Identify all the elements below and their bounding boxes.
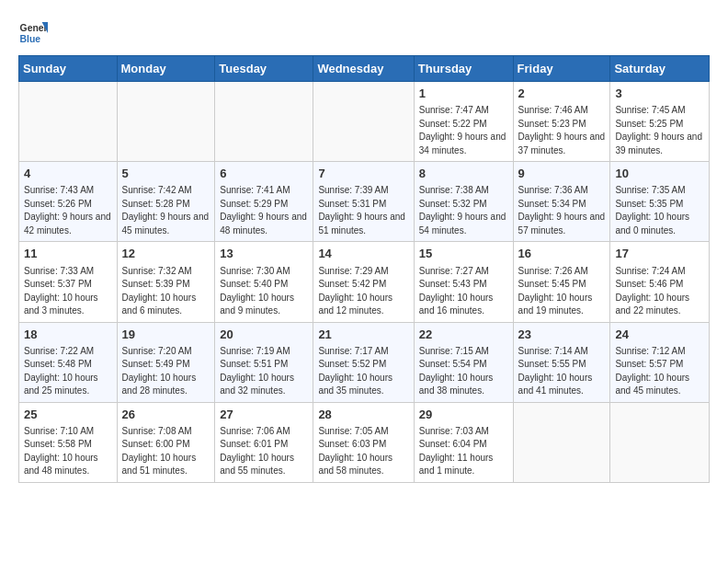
day-number: 11	[24, 246, 112, 262]
day-info: Sunrise: 7:08 AM Sunset: 6:00 PM Dayligh…	[122, 425, 210, 478]
day-info: Sunrise: 7:17 AM Sunset: 5:52 PM Dayligh…	[318, 345, 408, 398]
calendar-row: 4Sunrise: 7:43 AM Sunset: 5:26 PM Daylig…	[19, 162, 710, 242]
calendar-cell	[215, 82, 313, 162]
day-info: Sunrise: 7:29 AM Sunset: 5:42 PM Dayligh…	[318, 265, 408, 318]
day-number: 16	[518, 246, 606, 262]
calendar-cell	[117, 82, 215, 162]
calendar-row: 1Sunrise: 7:47 AM Sunset: 5:22 PM Daylig…	[19, 82, 710, 162]
calendar-cell	[513, 402, 610, 482]
calendar-row: 18Sunrise: 7:22 AM Sunset: 5:48 PM Dayli…	[19, 322, 710, 402]
day-number: 24	[615, 327, 704, 343]
calendar-cell: 17Sunrise: 7:24 AM Sunset: 5:46 PM Dayli…	[610, 242, 710, 322]
calendar-header-wednesday: Wednesday	[313, 56, 414, 82]
calendar-row: 11Sunrise: 7:33 AM Sunset: 5:37 PM Dayli…	[19, 242, 710, 322]
calendar-cell: 20Sunrise: 7:19 AM Sunset: 5:51 PM Dayli…	[215, 322, 313, 402]
calendar-cell: 13Sunrise: 7:30 AM Sunset: 5:40 PM Dayli…	[215, 242, 313, 322]
calendar-header-thursday: Thursday	[414, 56, 513, 82]
calendar-header-row: SundayMondayTuesdayWednesdayThursdayFrid…	[19, 56, 710, 82]
calendar-cell: 6Sunrise: 7:41 AM Sunset: 5:29 PM Daylig…	[215, 162, 313, 242]
day-number: 9	[518, 166, 606, 182]
day-number: 8	[419, 166, 508, 182]
day-number: 2	[518, 86, 606, 102]
calendar-cell: 16Sunrise: 7:26 AM Sunset: 5:45 PM Dayli…	[513, 242, 610, 322]
day-info: Sunrise: 7:33 AM Sunset: 5:37 PM Dayligh…	[24, 265, 112, 318]
calendar-cell: 27Sunrise: 7:06 AM Sunset: 6:01 PM Dayli…	[215, 402, 313, 482]
day-number: 15	[419, 246, 508, 262]
calendar-cell: 24Sunrise: 7:12 AM Sunset: 5:57 PM Dayli…	[610, 322, 710, 402]
calendar-cell: 2Sunrise: 7:46 AM Sunset: 5:23 PM Daylig…	[513, 82, 610, 162]
calendar-row: 25Sunrise: 7:10 AM Sunset: 5:58 PM Dayli…	[19, 402, 710, 482]
day-number: 18	[24, 327, 112, 343]
day-info: Sunrise: 7:12 AM Sunset: 5:57 PM Dayligh…	[615, 345, 704, 398]
calendar-header-sunday: Sunday	[19, 56, 118, 82]
calendar-header-monday: Monday	[117, 56, 215, 82]
day-number: 26	[122, 407, 210, 423]
day-info: Sunrise: 7:06 AM Sunset: 6:01 PM Dayligh…	[220, 425, 308, 478]
logo: General Blue	[18, 18, 48, 48]
calendar-cell: 29Sunrise: 7:03 AM Sunset: 6:04 PM Dayli…	[414, 402, 513, 482]
day-info: Sunrise: 7:36 AM Sunset: 5:34 PM Dayligh…	[518, 184, 606, 237]
calendar-cell: 14Sunrise: 7:29 AM Sunset: 5:42 PM Dayli…	[313, 242, 414, 322]
calendar-cell: 28Sunrise: 7:05 AM Sunset: 6:03 PM Dayli…	[313, 402, 414, 482]
calendar-cell: 10Sunrise: 7:35 AM Sunset: 5:35 PM Dayli…	[610, 162, 710, 242]
day-number: 14	[318, 246, 408, 262]
day-info: Sunrise: 7:10 AM Sunset: 5:58 PM Dayligh…	[24, 425, 112, 478]
day-info: Sunrise: 7:14 AM Sunset: 5:55 PM Dayligh…	[518, 345, 606, 398]
calendar-cell: 12Sunrise: 7:32 AM Sunset: 5:39 PM Dayli…	[117, 242, 215, 322]
day-info: Sunrise: 7:32 AM Sunset: 5:39 PM Dayligh…	[122, 265, 210, 318]
calendar-header-friday: Friday	[513, 56, 610, 82]
calendar-cell: 18Sunrise: 7:22 AM Sunset: 5:48 PM Dayli…	[19, 322, 118, 402]
day-info: Sunrise: 7:43 AM Sunset: 5:26 PM Dayligh…	[24, 184, 112, 237]
calendar-cell: 21Sunrise: 7:17 AM Sunset: 5:52 PM Dayli…	[313, 322, 414, 402]
day-number: 4	[24, 166, 112, 182]
day-number: 17	[615, 246, 704, 262]
calendar-cell: 7Sunrise: 7:39 AM Sunset: 5:31 PM Daylig…	[313, 162, 414, 242]
day-number: 23	[518, 327, 606, 343]
page-header: General Blue	[18, 15, 710, 48]
day-number: 5	[122, 166, 210, 182]
logo-icon: General Blue	[18, 18, 48, 48]
calendar-cell: 9Sunrise: 7:36 AM Sunset: 5:34 PM Daylig…	[513, 162, 610, 242]
day-info: Sunrise: 7:30 AM Sunset: 5:40 PM Dayligh…	[220, 265, 308, 318]
day-info: Sunrise: 7:24 AM Sunset: 5:46 PM Dayligh…	[615, 265, 704, 318]
day-info: Sunrise: 7:19 AM Sunset: 5:51 PM Dayligh…	[220, 345, 308, 398]
calendar-cell: 22Sunrise: 7:15 AM Sunset: 5:54 PM Dayli…	[414, 322, 513, 402]
day-number: 22	[419, 327, 508, 343]
day-number: 25	[24, 407, 112, 423]
calendar-cell	[313, 82, 414, 162]
day-info: Sunrise: 7:05 AM Sunset: 6:03 PM Dayligh…	[318, 425, 408, 478]
day-info: Sunrise: 7:15 AM Sunset: 5:54 PM Dayligh…	[419, 345, 508, 398]
day-info: Sunrise: 7:26 AM Sunset: 5:45 PM Dayligh…	[518, 265, 606, 318]
day-info: Sunrise: 7:35 AM Sunset: 5:35 PM Dayligh…	[615, 184, 704, 237]
calendar-header-tuesday: Tuesday	[215, 56, 313, 82]
calendar-cell: 25Sunrise: 7:10 AM Sunset: 5:58 PM Dayli…	[19, 402, 118, 482]
day-number: 6	[220, 166, 308, 182]
day-number: 13	[220, 246, 308, 262]
calendar-cell: 1Sunrise: 7:47 AM Sunset: 5:22 PM Daylig…	[414, 82, 513, 162]
day-number: 29	[419, 407, 508, 423]
day-number: 3	[615, 86, 704, 102]
calendar-header-saturday: Saturday	[610, 56, 710, 82]
calendar-cell: 23Sunrise: 7:14 AM Sunset: 5:55 PM Dayli…	[513, 322, 610, 402]
calendar-cell: 19Sunrise: 7:20 AM Sunset: 5:49 PM Dayli…	[117, 322, 215, 402]
day-info: Sunrise: 7:20 AM Sunset: 5:49 PM Dayligh…	[122, 345, 210, 398]
calendar-cell	[610, 402, 710, 482]
day-number: 7	[318, 166, 408, 182]
calendar-cell: 5Sunrise: 7:42 AM Sunset: 5:28 PM Daylig…	[117, 162, 215, 242]
day-number: 28	[318, 407, 408, 423]
day-info: Sunrise: 7:46 AM Sunset: 5:23 PM Dayligh…	[518, 104, 606, 157]
day-info: Sunrise: 7:39 AM Sunset: 5:31 PM Dayligh…	[318, 184, 408, 237]
day-number: 19	[122, 327, 210, 343]
calendar-cell: 11Sunrise: 7:33 AM Sunset: 5:37 PM Dayli…	[19, 242, 118, 322]
day-number: 21	[318, 327, 408, 343]
day-info: Sunrise: 7:03 AM Sunset: 6:04 PM Dayligh…	[419, 425, 508, 478]
day-info: Sunrise: 7:47 AM Sunset: 5:22 PM Dayligh…	[419, 104, 508, 157]
calendar-cell	[19, 82, 118, 162]
day-number: 12	[122, 246, 210, 262]
day-info: Sunrise: 7:27 AM Sunset: 5:43 PM Dayligh…	[419, 265, 508, 318]
day-number: 10	[615, 166, 704, 182]
day-number: 20	[220, 327, 308, 343]
day-number: 1	[419, 86, 508, 102]
calendar-cell: 3Sunrise: 7:45 AM Sunset: 5:25 PM Daylig…	[610, 82, 710, 162]
day-info: Sunrise: 7:38 AM Sunset: 5:32 PM Dayligh…	[419, 184, 508, 237]
